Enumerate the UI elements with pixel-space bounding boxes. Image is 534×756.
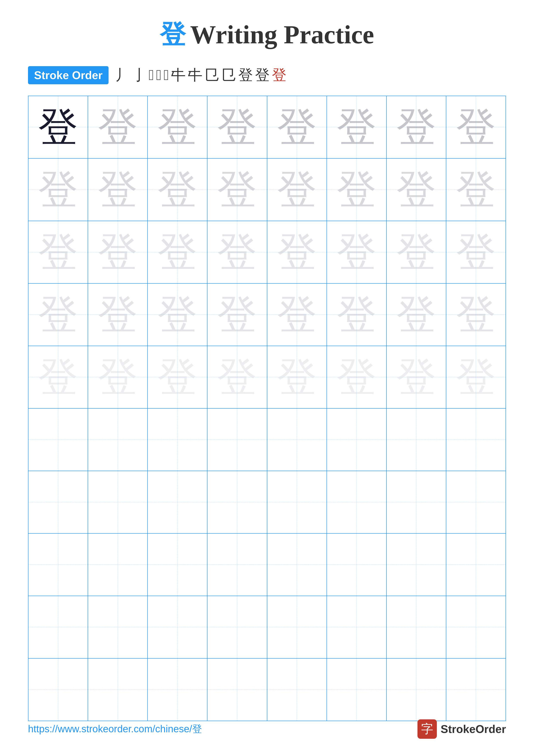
grid-cell: 登 [88,158,147,221]
grid-cell[interactable] [207,533,267,596]
grid-cell[interactable] [88,533,147,596]
grid-cell: 登 [446,158,506,221]
stroke-1: 丿 [115,65,130,85]
grid-cell[interactable] [28,471,88,533]
grid-cell[interactable] [207,596,267,659]
stroke-4: 𠃋 [156,67,162,84]
grid-cell[interactable] [267,659,327,721]
table-row [28,408,506,471]
logo-char: 字 [421,721,433,737]
grid-cell: 登 [327,96,387,158]
grid-cell[interactable] [446,471,506,533]
grid-cell[interactable] [267,533,327,596]
grid-cell: 登 [88,96,147,158]
grid-cell[interactable] [147,533,207,596]
grid-cell: 登 [387,96,446,158]
grid-cell: 登 [327,158,387,221]
footer-url: https://www.strokeorder.com/chinese/登 [28,722,202,736]
grid-cell[interactable] [88,596,147,659]
grid-cell[interactable] [327,471,387,533]
page-title: 登Writing Practice [0,0,534,65]
grid-cell: 登 [327,221,387,284]
table-row: 登 登 登 登 登 登 登 登 [28,284,506,346]
grid-cell[interactable] [387,596,446,659]
grid-cell[interactable] [28,596,88,659]
grid-cell[interactable] [88,659,147,721]
stroke-12-final: 登 [272,65,287,85]
grid-cell: 登 [88,221,147,284]
table-row: 登 登 登 登 登 登 登 登 [28,221,506,284]
grid-cell[interactable] [88,408,147,471]
stroke-8: 㔾 [205,65,219,85]
grid-cell: 登 [207,284,267,346]
grid-cell[interactable] [147,471,207,533]
grid-cell: 登 [28,96,88,158]
table-row [28,596,506,659]
grid-cell: 登 [207,158,267,221]
grid-cell: 登 [28,158,88,221]
grid-cell[interactable] [88,471,147,533]
grid-cell[interactable] [446,659,506,721]
grid-cell[interactable] [387,659,446,721]
logo-icon: 字 [418,719,437,739]
stroke-3: 𠃌 [149,67,154,84]
grid-cell[interactable] [207,408,267,471]
grid-cell[interactable] [387,533,446,596]
grid-cell: 登 [446,284,506,346]
logo-text: StrokeOrder [441,723,506,736]
grid-cell: 登 [446,96,506,158]
grid-cell[interactable] [147,596,207,659]
grid-cell: 登 [147,96,207,158]
stroke-5: 𠄌 [164,67,169,84]
grid-cell[interactable] [207,471,267,533]
stroke-order-badge: Stroke Order [28,66,109,84]
grid-cell: 登 [147,221,207,284]
grid-cell: 登 [387,346,446,408]
stroke-11: 登 [255,65,270,85]
grid-cell: 登 [207,221,267,284]
grid-cell[interactable] [327,408,387,471]
table-row [28,471,506,533]
grid-cell: 登 [387,284,446,346]
grid-cell: 登 [28,346,88,408]
table-row: 登 登 登 登 登 登 登 登 [28,346,506,408]
grid-cell: 登 [147,346,207,408]
grid-cell: 登 [207,346,267,408]
grid-cell: 登 [267,158,327,221]
grid-cell: 登 [28,221,88,284]
grid-cell: 登 [327,284,387,346]
title-text: Writing Practice [190,20,374,49]
table-row: 登 登 登 登 登 登 登 登 [28,158,506,221]
grid-cell[interactable] [446,533,506,596]
grid-cell[interactable] [387,408,446,471]
grid-cell[interactable] [327,596,387,659]
grid-cell[interactable] [387,471,446,533]
grid-cell[interactable] [446,596,506,659]
footer-logo: 字 StrokeOrder [418,719,506,739]
grid-cell[interactable] [446,408,506,471]
grid-cell[interactable] [207,659,267,721]
grid-cell: 登 [207,96,267,158]
grid-cell[interactable] [147,659,207,721]
grid-cell[interactable] [267,471,327,533]
table-row [28,533,506,596]
grid-cell[interactable] [28,533,88,596]
title-char: 登 [160,20,186,49]
grid-cell[interactable] [327,659,387,721]
grid-cell[interactable] [28,659,88,721]
grid-cell: 登 [88,346,147,408]
footer: https://www.strokeorder.com/chinese/登 字 … [28,719,506,739]
grid-cell: 登 [267,221,327,284]
grid-cell: 登 [147,158,207,221]
stroke-6: 㐄 [171,65,186,85]
grid-cell[interactable] [28,408,88,471]
grid-cell: 登 [88,284,147,346]
grid-cell[interactable] [327,533,387,596]
stroke-order-row: Stroke Order 丿 亅 𠃌 𠃋 𠄌 㐄 㐄 㔾 㔾 登 登 登 [0,65,534,85]
grid-cell[interactable] [147,408,207,471]
grid-cell[interactable] [267,408,327,471]
grid-cell: 登 [28,284,88,346]
grid-cell[interactable] [267,596,327,659]
stroke-9: 㔾 [221,65,236,85]
grid-cell: 登 [387,221,446,284]
